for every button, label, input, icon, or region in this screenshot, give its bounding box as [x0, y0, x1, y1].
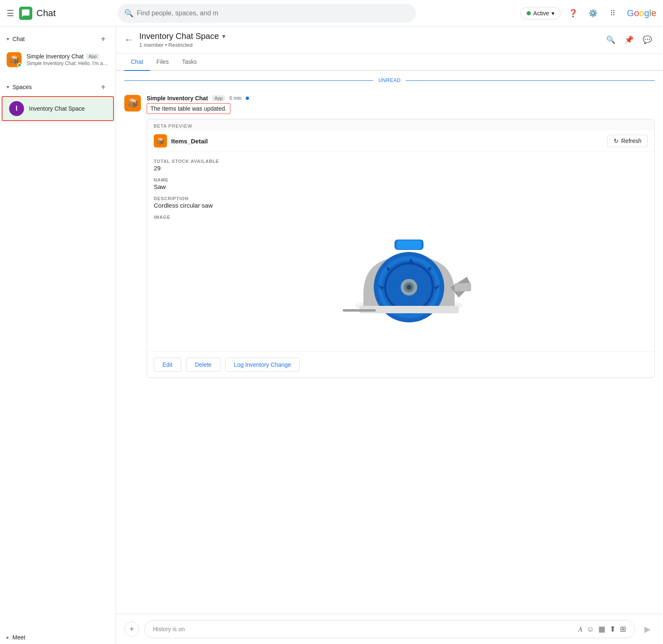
search-chat-icon[interactable]: 🔍 [603, 32, 618, 47]
spaces-section: ▾ Spaces + I Inventory Chat Space [0, 78, 116, 121]
back-button[interactable]: ← [124, 34, 133, 45]
beta-preview-label: BETA PREVIEW [147, 119, 654, 130]
refresh-label: Refresh [621, 138, 641, 144]
apps-icon[interactable]: ⠿ [605, 6, 620, 21]
pin-icon[interactable]: 📌 [622, 32, 636, 47]
app-logo [19, 7, 32, 20]
chat-title-block: Inventory Chat Space ▾ 1 member • Restri… [139, 31, 603, 48]
name-label: NAME [154, 177, 648, 182]
svg-rect-10 [397, 240, 421, 249]
saw-image [330, 223, 471, 339]
svg-rect-11 [455, 283, 471, 291]
sidebar-item-subtitle: Simple Inventory Chat: Hello, I'm an awe… [27, 61, 109, 66]
spaces-section-title: ▾ Spaces [7, 84, 32, 90]
card-actions: Edit Delete Log Inventory Change [147, 351, 654, 378]
space-dropdown-icon[interactable]: ▾ [222, 32, 225, 40]
log-inventory-change-button[interactable]: Log Inventory Change [225, 358, 300, 372]
active-dot [527, 11, 531, 15]
chat-tabs: Chat Files Tasks [116, 53, 663, 71]
message-app-tag: App [212, 95, 225, 101]
chat-area: ← Inventory Chat Space ▾ 1 member • Rest… [116, 27, 663, 644]
main-layout: ▾ Chat + 📦 Simple Inventory Chat App Sim… [0, 27, 663, 644]
unread-line-left [124, 80, 373, 81]
sidebar-item-text: Simple Inventory Chat App Simple Invento… [27, 53, 109, 66]
message-panel-icon[interactable]: 💬 [640, 32, 655, 47]
chat-space-title: Inventory Chat Space [139, 31, 219, 41]
field-image: IMAGE [154, 215, 648, 339]
card-icon: 📦 [154, 134, 167, 148]
chat-title-row: Inventory Chat Space ▾ [139, 31, 603, 41]
card-title: Items_Detail [171, 138, 208, 145]
message-text: The Items table was updated. [147, 103, 230, 114]
card-header: 📦 Items_Detail ↻ Refresh [147, 130, 654, 152]
message-time: 6 min [229, 95, 241, 101]
sidebar-item-simple-inventory[interactable]: 📦 Simple Inventory Chat App Simple Inven… [0, 48, 116, 71]
emoji-icon[interactable]: ☺ [587, 625, 594, 634]
image-section [154, 223, 648, 339]
svg-rect-13 [343, 309, 376, 312]
hamburger-icon[interactable]: ☰ [7, 8, 14, 18]
active-label: Active [533, 10, 549, 17]
delete-button[interactable]: Delete [186, 358, 220, 372]
upload-icon[interactable]: ⬆ [610, 625, 616, 634]
sidebar: ▾ Chat + 📦 Simple Inventory Chat App Sim… [0, 27, 116, 644]
stock-value: 29 [154, 165, 648, 172]
chat-section: ▾ Chat + 📦 Simple Inventory Chat App Sim… [0, 27, 116, 75]
text-format-icon[interactable]: 𝐴 [578, 625, 583, 634]
send-button[interactable]: ▶ [640, 622, 655, 637]
description-value: Cordless circular saw [154, 202, 648, 209]
tab-tasks[interactable]: Tasks [175, 53, 203, 71]
message-placeholder: History is on [153, 626, 185, 632]
refresh-icon: ↻ [614, 138, 619, 144]
spaces-section-header[interactable]: ▾ Spaces + [0, 78, 116, 96]
items-detail-card: BETA PREVIEW 📦 Items_Detail ↻ Refresh [147, 119, 655, 378]
refresh-button[interactable]: ↻ Refresh [607, 135, 648, 147]
card-title-row: 📦 Items_Detail [154, 134, 208, 148]
add-chat-button[interactable]: + [97, 33, 109, 45]
inventory-space-avatar: I [9, 101, 24, 116]
svg-point-8 [407, 285, 411, 290]
help-icon[interactable]: ❓ [566, 6, 581, 21]
search-bar[interactable]: 🔍 [118, 4, 416, 23]
video-call-icon[interactable]: ⊞ [620, 625, 626, 634]
search-icon: 🔍 [124, 9, 133, 18]
settings-icon[interactable]: ⚙️ [586, 6, 600, 21]
google-logo: Google [627, 8, 656, 19]
header-right: Active ▾ ❓ ⚙️ ⠿ Google [520, 6, 656, 21]
add-space-button[interactable]: + [97, 81, 109, 93]
edit-button[interactable]: Edit [154, 358, 181, 372]
add-attachment-button[interactable]: + [124, 622, 139, 637]
top-header: ☰ Chat 🔍 Active ▾ ❓ ⚙️ ⠿ Google [0, 0, 663, 27]
tab-files[interactable]: Files [150, 53, 176, 71]
spaces-chevron-icon: ▾ [7, 84, 9, 90]
field-name: NAME Saw [154, 177, 648, 190]
chat-subtitle: 1 member • Restricted [139, 42, 603, 48]
active-chevron-icon: ▾ [552, 10, 554, 17]
meet-section: ▸ Meet [0, 631, 116, 644]
app-tag: App [86, 53, 99, 59]
gif-icon[interactable]: ▦ [598, 625, 605, 634]
unread-dot [246, 97, 249, 100]
sidebar-item-inventory-space[interactable]: I Inventory Chat Space [2, 96, 114, 121]
meet-chevron-icon: ▸ [7, 634, 9, 640]
chat-chevron-icon: ▾ [7, 36, 9, 42]
chat-section-label: Chat [12, 36, 25, 42]
messages-area: UNREAD 📦 Simple Inventory Chat App 6 min… [116, 71, 663, 614]
chat-section-header[interactable]: ▾ Chat + [0, 30, 116, 48]
chat-section-title: ▾ Chat [7, 36, 25, 42]
chat-logo-icon [21, 9, 30, 18]
unread-divider: UNREAD [124, 71, 655, 90]
inventory-space-name: Inventory Chat Space [29, 105, 85, 112]
stock-label: TOTAL STOCK AVAILABLE [154, 159, 648, 164]
message-input-box[interactable]: History is on 𝐴 ☺ ▦ ⬆ ⊞ [144, 620, 635, 638]
field-stock: TOTAL STOCK AVAILABLE 29 [154, 159, 648, 172]
tab-chat[interactable]: Chat [124, 53, 150, 71]
active-status-badge[interactable]: Active ▾ [520, 7, 561, 19]
description-label: DESCRIPTION [154, 196, 648, 201]
message-row: 📦 Simple Inventory Chat App 6 min The It… [124, 90, 655, 383]
search-input[interactable] [137, 10, 409, 17]
image-label: IMAGE [154, 215, 648, 220]
meet-section-header[interactable]: ▸ Meet [7, 634, 109, 641]
input-area: + History is on 𝐴 ☺ ▦ ⬆ ⊞ ▶ [116, 614, 663, 644]
app-title-label: Chat [36, 8, 56, 19]
